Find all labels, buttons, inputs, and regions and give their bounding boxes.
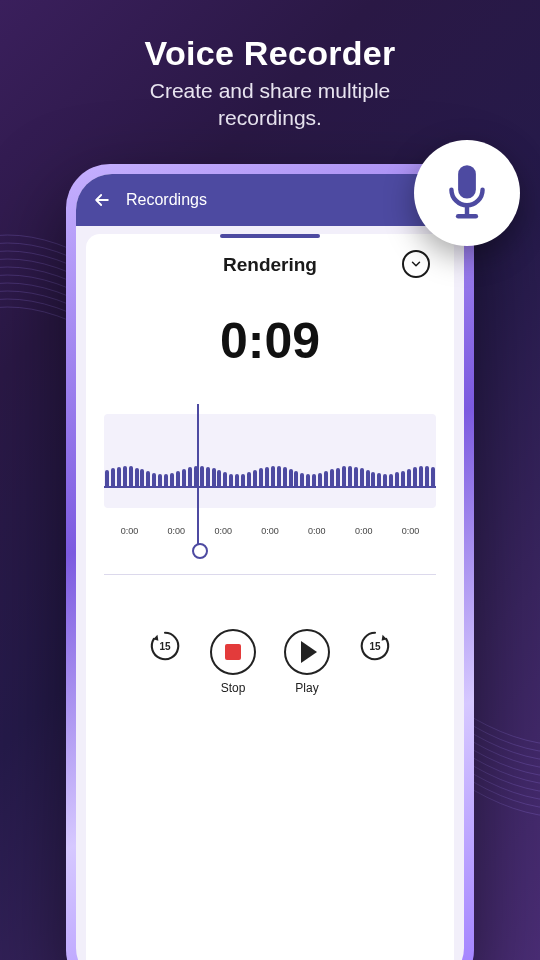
stop-label: Stop xyxy=(221,681,246,695)
stop-icon xyxy=(225,644,241,660)
controls-row: 15 Stop Play xyxy=(104,629,436,695)
chevron-down-icon xyxy=(409,257,423,271)
collapse-button[interactable] xyxy=(402,250,430,278)
hero-subtitle-line2: recordings. xyxy=(218,106,322,129)
phone-frame: Recordings Rendering 0:09 0:000:000:000:… xyxy=(66,164,474,960)
stop-control: Stop xyxy=(210,629,256,695)
time-label: 0:00 xyxy=(200,526,247,536)
recorder-card: Rendering 0:09 0:000:000:000:000:000:000… xyxy=(86,234,454,960)
card-header: Rendering xyxy=(104,254,436,276)
forward-seconds-label: 15 xyxy=(369,641,380,652)
back-arrow-icon[interactable] xyxy=(92,190,112,210)
forward-control: 15 xyxy=(358,629,392,663)
rewind-control: 15 xyxy=(148,629,182,663)
time-label: 0:00 xyxy=(293,526,340,536)
playhead[interactable] xyxy=(197,404,199,554)
tab-indicator xyxy=(220,234,320,238)
time-label: 0:00 xyxy=(387,526,434,536)
hero-subtitle: Create and share multiple recordings. xyxy=(0,77,540,132)
forward-15-button[interactable]: 15 xyxy=(358,629,392,663)
microphone-badge xyxy=(414,140,520,246)
time-labels-row: 0:000:000:000:000:000:000:00 xyxy=(104,526,436,536)
status-text: Rendering xyxy=(223,254,317,276)
time-label: 0:00 xyxy=(106,526,153,536)
topbar-title: Recordings xyxy=(126,191,207,209)
hero-subtitle-line1: Create and share multiple xyxy=(150,79,390,102)
play-icon xyxy=(301,641,317,663)
play-control: Play xyxy=(284,629,330,695)
microphone-icon xyxy=(444,163,490,223)
time-label: 0:00 xyxy=(340,526,387,536)
waveform[interactable] xyxy=(104,414,436,508)
phone-screen: Recordings Rendering 0:09 0:000:000:000:… xyxy=(76,174,464,960)
play-label: Play xyxy=(295,681,318,695)
stop-button[interactable] xyxy=(210,629,256,675)
time-axis-line xyxy=(104,574,436,575)
svg-rect-0 xyxy=(458,165,476,198)
timer-display: 0:09 xyxy=(104,312,436,370)
rewind-15-button[interactable]: 15 xyxy=(148,629,182,663)
topbar: Recordings xyxy=(76,174,464,226)
time-label: 0:00 xyxy=(247,526,294,536)
hero-title: Voice Recorder xyxy=(0,34,540,73)
rewind-seconds-label: 15 xyxy=(159,641,170,652)
play-button[interactable] xyxy=(284,629,330,675)
time-label: 0:00 xyxy=(153,526,200,536)
